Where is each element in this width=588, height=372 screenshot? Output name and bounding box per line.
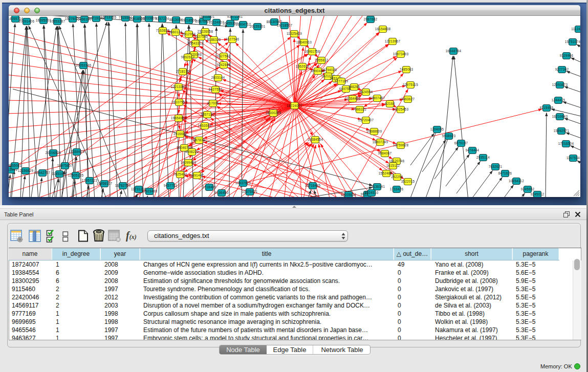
svg-text:12213369: 12213369	[171, 85, 187, 89]
svg-text:15716485: 15716485	[305, 184, 321, 187]
svg-text:20155301: 20155301	[250, 25, 266, 28]
svg-text:9245652: 9245652	[521, 187, 535, 191]
svg-text:9084067: 9084067	[378, 151, 392, 155]
svg-text:9777169: 9777169	[335, 79, 349, 83]
svg-text:16648784: 16648784	[446, 49, 462, 53]
svg-text:9474444: 9474444	[466, 148, 480, 152]
svg-text:6794028: 6794028	[323, 68, 337, 72]
svg-text:62160: 62160	[385, 102, 395, 105]
svg-text:12975115: 12975115	[403, 83, 418, 86]
svg-text:9327501: 9327501	[217, 54, 231, 58]
svg-text:10958107: 10958107	[97, 182, 113, 185]
svg-text:746266: 746266	[349, 85, 360, 89]
svg-text:9892612: 9892612	[181, 55, 195, 59]
svg-text:20091406: 20091406	[19, 19, 35, 23]
svg-text:20206576: 20206576	[46, 151, 61, 155]
svg-text:15692971: 15692971	[554, 129, 570, 133]
svg-text:17016504: 17016504	[558, 142, 574, 145]
svg-text:2718176: 2718176	[176, 70, 190, 73]
svg-text:8660124: 8660124	[169, 30, 183, 34]
svg-text:9463627: 9463627	[401, 97, 415, 101]
svg-text:18300295: 18300295	[266, 111, 281, 115]
svg-text:8024510: 8024510	[365, 191, 379, 194]
svg-text:19218507: 19218507	[277, 24, 293, 27]
svg-text:1362615: 1362615	[296, 64, 310, 68]
svg-text:2087682: 2087682	[364, 17, 378, 21]
svg-text:3522015: 3522015	[401, 180, 415, 183]
svg-text:10375821: 10375821	[242, 190, 258, 193]
svg-text:20053346: 20053346	[76, 63, 92, 67]
svg-text:21364436: 21364436	[345, 97, 361, 100]
svg-text:2803144: 2803144	[211, 76, 225, 79]
svg-text:10937521: 10937521	[235, 181, 251, 185]
svg-text:12923488: 12923488	[142, 189, 158, 193]
svg-text:1053594: 1053594	[198, 124, 212, 127]
svg-text:8912954: 8912954	[182, 32, 196, 36]
svg-text:15524861: 15524861	[379, 171, 395, 175]
svg-text:18724007: 18724007	[287, 104, 302, 107]
svg-text:17359924: 17359924	[69, 150, 85, 154]
svg-text:11124907: 11124907	[571, 27, 580, 31]
svg-text:9457751: 9457751	[164, 184, 178, 187]
svg-text:8855061: 8855061	[9, 164, 21, 167]
svg-text:1733426: 1733426	[390, 187, 404, 191]
svg-text:9136450: 9136450	[215, 191, 229, 194]
svg-text:15720407: 15720407	[358, 118, 374, 122]
svg-text:11451947: 11451947	[52, 172, 67, 176]
svg-text:1244415: 1244415	[552, 98, 565, 102]
svg-text:9327546: 9327546	[226, 37, 239, 41]
svg-text:18640910: 18640910	[296, 40, 312, 44]
svg-text:9357224: 9357224	[156, 17, 169, 20]
svg-text:1916682: 1916682	[173, 132, 187, 136]
svg-text:9242848: 9242848	[217, 63, 231, 67]
svg-text:14136141: 14136141	[369, 185, 385, 188]
svg-text:7625402: 7625402	[173, 172, 187, 176]
svg-text:9227342: 9227342	[555, 68, 569, 71]
svg-text:13942757: 13942757	[35, 171, 51, 174]
svg-text:9329966: 9329966	[560, 54, 574, 57]
svg-text:7632621: 7632621	[489, 165, 503, 168]
svg-text:15751074: 15751074	[565, 40, 580, 43]
svg-text:16107553: 16107553	[171, 100, 187, 104]
svg-text:16154838: 16154838	[375, 27, 391, 31]
svg-text:7163822: 7163822	[156, 29, 170, 32]
svg-text:10025453: 10025453	[393, 107, 409, 111]
svg-text:14099489: 14099489	[181, 161, 197, 164]
svg-text:9245012: 9245012	[531, 192, 545, 196]
svg-text:252254: 252254	[391, 175, 403, 179]
svg-text:10543312: 10543312	[188, 41, 204, 45]
svg-text:1204095: 1204095	[430, 127, 444, 131]
svg-text:7485063: 7485063	[400, 68, 413, 71]
svg-text:1167534: 1167534	[567, 156, 580, 160]
svg-text:17957223: 17957223	[82, 179, 98, 182]
svg-text:3718485: 3718485	[203, 185, 216, 189]
svg-text:16961758: 16961758	[304, 50, 320, 53]
svg-text:10688609: 10688609	[366, 129, 382, 133]
svg-text:16033801: 16033801	[199, 16, 215, 18]
svg-text:16210643: 16210643	[552, 115, 568, 118]
svg-text:5938923: 5938923	[442, 134, 456, 138]
svg-text:88130542: 88130542	[267, 20, 282, 24]
svg-text:19654982: 19654982	[171, 116, 187, 120]
svg-text:7955812: 7955812	[315, 58, 329, 62]
svg-text:19384554: 19384554	[308, 138, 323, 141]
svg-text:11325419: 11325419	[287, 32, 302, 35]
svg-text:8427552: 8427552	[209, 87, 223, 91]
svg-text:12093873: 12093873	[552, 83, 568, 86]
svg-text:18807249: 18807249	[373, 140, 388, 144]
svg-text:4498222: 4498222	[185, 150, 199, 154]
svg-text:12213967: 12213967	[385, 39, 401, 43]
svg-text:7986322: 7986322	[353, 107, 367, 111]
svg-text:3267130: 3267130	[201, 113, 214, 116]
svg-text:10973493: 10973493	[393, 52, 409, 56]
svg-text:2935114: 2935114	[476, 156, 490, 159]
svg-text:6879197: 6879197	[454, 141, 468, 145]
svg-text:8471626: 8471626	[498, 171, 512, 175]
svg-text:93572241: 93572241	[227, 16, 243, 18]
svg-text:16033809: 16033809	[141, 16, 157, 20]
svg-text:16782759: 16782759	[115, 184, 131, 187]
svg-text:8990448: 8990448	[311, 69, 325, 73]
svg-text:16713155: 16713155	[101, 16, 117, 19]
svg-text:10807487: 10807487	[369, 96, 385, 100]
svg-text:23226058: 23226058	[198, 30, 213, 33]
